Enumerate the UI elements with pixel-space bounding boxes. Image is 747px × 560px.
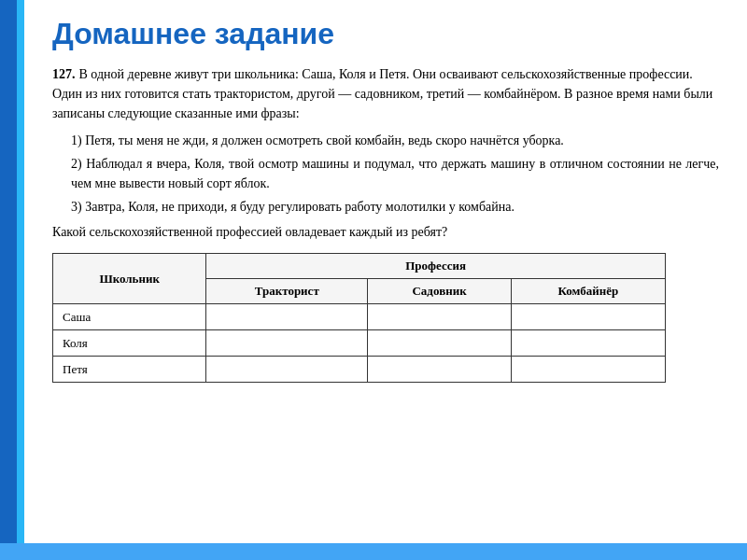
item-text-2: Наблюдал я вчера, Коля, твой осмотр маши… bbox=[71, 157, 719, 190]
profession-table: Школьник Профессия Тракторист Садовник К… bbox=[52, 253, 666, 383]
list-item: 2) Наблюдал я вчера, Коля, твой осмотр м… bbox=[71, 154, 719, 193]
table-container: Школьник Профессия Тракторист Садовник К… bbox=[52, 253, 719, 383]
profession-group-header: Профессия bbox=[206, 254, 666, 279]
list-item: 1) Петя, ты меня не жди, я должен осмотр… bbox=[71, 131, 719, 150]
profession-cell[interactable] bbox=[368, 357, 512, 383]
item-number-3: 3) bbox=[71, 200, 85, 214]
problem-intro: В одной деревне живут три школьника: Саш… bbox=[52, 67, 712, 120]
right-accent-bar bbox=[17, 0, 24, 560]
profession-cell[interactable] bbox=[368, 304, 512, 330]
table-row: Коля bbox=[53, 330, 666, 357]
item-text-3: Завтра, Коля, не приходи, я буду регулир… bbox=[85, 200, 514, 214]
profession-cell[interactable] bbox=[206, 304, 368, 330]
sub-header-sadovnik: Садовник bbox=[368, 279, 512, 304]
item-number-2: 2) bbox=[71, 157, 86, 171]
page-title: Домашнее задание bbox=[52, 17, 719, 51]
school-col-header: Школьник bbox=[53, 254, 206, 304]
school-name-cell: Саша bbox=[53, 304, 206, 330]
question-text: Какой сельскохозяйственной профессией ов… bbox=[52, 222, 719, 242]
problem-block: 127. В одной деревне живут три школьника… bbox=[52, 64, 719, 123]
table-row: Саша bbox=[53, 304, 666, 330]
list-item: 3) Завтра, Коля, не приходи, я буду регу… bbox=[71, 197, 719, 217]
profession-cell[interactable] bbox=[511, 304, 665, 330]
school-name-cell: Коля bbox=[53, 330, 206, 357]
sub-header-traktorist: Тракторист bbox=[206, 279, 368, 304]
bottom-blue-bar bbox=[0, 543, 747, 560]
problem-number: 127. bbox=[52, 67, 76, 81]
profession-cell[interactable] bbox=[206, 357, 368, 383]
table-row: Петя bbox=[53, 357, 666, 383]
profession-cell[interactable] bbox=[206, 330, 368, 357]
profession-cell[interactable] bbox=[368, 330, 512, 357]
item-text-1: Петя, ты меня не жди, я должен осмотреть… bbox=[85, 133, 564, 147]
sub-header-kombajner: Комбайнёр bbox=[511, 279, 665, 304]
left-blue-bar bbox=[0, 0, 17, 560]
item-number-1: 1) bbox=[71, 133, 85, 147]
profession-cell[interactable] bbox=[511, 330, 665, 357]
profession-cell[interactable] bbox=[511, 357, 665, 383]
numbered-items-list: 1) Петя, ты меня не жди, я должен осмотр… bbox=[71, 131, 719, 217]
main-content: Домашнее задание 127. В одной деревне жи… bbox=[34, 0, 747, 543]
school-name-cell: Петя bbox=[53, 357, 206, 383]
